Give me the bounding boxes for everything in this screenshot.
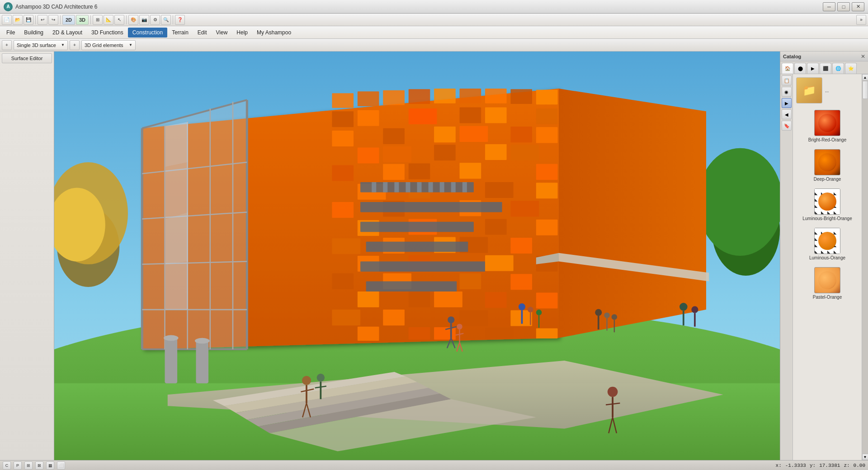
- measure-button[interactable]: 📐: [104, 15, 113, 25]
- menu-help[interactable]: Help: [232, 28, 252, 38]
- catalog-item-4[interactable]: Pastel-Orange: [795, 266, 860, 301]
- menu-edit[interactable]: Edit: [193, 28, 212, 38]
- grid-type-dropdown[interactable]: 3D Grid elements ▼: [81, 40, 136, 50]
- svg-rect-80: [536, 329, 558, 339]
- catalog-side-icon-3[interactable]: ◀: [782, 109, 792, 119]
- statusbar-icon-snap[interactable]: ⊠: [35, 461, 43, 470]
- catalog-label-3: Luminous-Orange: [809, 255, 845, 261]
- svg-rect-88: [440, 182, 444, 193]
- menu-layout[interactable]: 2D & Layout: [48, 28, 87, 38]
- catalog-tab-1[interactable]: ⬤: [794, 63, 806, 74]
- svg-point-119: [195, 338, 210, 344]
- settings-button[interactable]: ⚙: [150, 15, 160, 25]
- statusbar-icon-p[interactable]: P: [14, 461, 22, 470]
- close-button[interactable]: ✕: [852, 2, 864, 11]
- catalog-tab-4[interactable]: 🌐: [832, 63, 844, 74]
- catalog-tab-3[interactable]: ⬛: [820, 63, 831, 74]
- svg-marker-109: [165, 122, 188, 167]
- menu-building[interactable]: Building: [19, 28, 48, 38]
- grid-button[interactable]: ⊞: [93, 15, 103, 25]
- svg-rect-73: [383, 310, 405, 325]
- catalog-item-1[interactable]: Deep-Orange: [795, 148, 860, 183]
- surface-editor-label[interactable]: Surface Editor: [2, 53, 52, 63]
- catalog-thumb-1: [814, 149, 840, 175]
- svg-rect-16: [460, 89, 481, 103]
- svg-rect-74: [460, 310, 488, 326]
- help-icon-button[interactable]: ❓: [175, 15, 185, 25]
- statusbar-icon-grid[interactable]: ⊞: [24, 461, 33, 470]
- add-surface-button[interactable]: +: [2, 40, 12, 50]
- catalog-tab-5[interactable]: ⭐: [845, 63, 857, 74]
- separator4: [126, 15, 127, 24]
- coord-z-label: z:: [844, 463, 849, 468]
- catalog-scrollbar[interactable]: ▲ ▼: [862, 74, 868, 460]
- svg-rect-14: [409, 89, 430, 104]
- scroll-track[interactable]: [862, 80, 868, 454]
- svg-marker-10: [559, 89, 706, 338]
- catalog-label-2: Luminous-Bright-Orange: [802, 216, 852, 221]
- view-2d-button[interactable]: 2D: [62, 15, 75, 25]
- extra-button[interactable]: »: [856, 15, 866, 25]
- separator1: [35, 15, 36, 24]
- catalog-item-3[interactable]: Luminous-Orange: [795, 226, 860, 262]
- catalog-side-icon-1[interactable]: ◉: [782, 87, 792, 97]
- svg-rect-21: [358, 110, 379, 126]
- svg-rect-87: [429, 182, 433, 193]
- svg-rect-58: [510, 238, 532, 254]
- catalog-side-icon-4[interactable]: 🔖: [782, 121, 792, 131]
- title-bar-controls: ─ □ ✕: [823, 2, 864, 11]
- render-button[interactable]: 🎨: [128, 15, 138, 25]
- catalog-side-icon-0[interactable]: 📋: [782, 75, 792, 85]
- scroll-down-button[interactable]: ▼: [862, 454, 868, 460]
- menu-construction[interactable]: Construction: [128, 28, 167, 38]
- svg-point-142: [595, 309, 602, 316]
- svg-rect-92: [360, 222, 474, 232]
- svg-rect-91: [360, 202, 502, 212]
- separator5: [173, 15, 173, 24]
- minimize-button[interactable]: ─: [823, 2, 835, 11]
- menu-file[interactable]: File: [2, 28, 19, 38]
- select-button[interactable]: ↖: [114, 15, 124, 25]
- svg-rect-31: [536, 127, 558, 143]
- menu-myashampoo[interactable]: My Ashampoo: [252, 28, 296, 38]
- statusbar-icon-c[interactable]: C: [3, 461, 11, 470]
- maximize-button[interactable]: □: [837, 2, 850, 11]
- catalog-item-0[interactable]: Bright-Red-Orange: [795, 108, 860, 144]
- undo-button[interactable]: ↩: [38, 15, 47, 25]
- new-button[interactable]: 📄: [2, 15, 12, 25]
- catalog-left-strip: 📋 ◉ ▶ ◀ 🔖: [780, 74, 793, 460]
- scroll-thumb[interactable]: [863, 81, 868, 99]
- catalog-tabs-row: 🏠 ⬤ ▶ ⬛ 🌐 ⭐: [780, 61, 868, 74]
- menu-terrain[interactable]: Terrain: [167, 28, 193, 38]
- catalog-tab-0[interactable]: 🏠: [782, 63, 793, 74]
- menu-3dfunctions[interactable]: 3D Functions: [87, 28, 128, 38]
- catalog-close-button[interactable]: ✕: [861, 53, 865, 60]
- scroll-up-button[interactable]: ▲: [862, 74, 868, 80]
- svg-rect-23: [460, 107, 481, 123]
- svg-marker-113: [165, 262, 188, 310]
- svg-rect-11: [332, 93, 354, 108]
- catalog-item-back[interactable]: 📁 ...: [795, 76, 860, 105]
- redo-button[interactable]: ↪: [48, 15, 58, 25]
- viewport[interactable]: [54, 52, 780, 460]
- statusbar-icon-layer[interactable]: ▦: [46, 461, 54, 470]
- open-button[interactable]: 📂: [13, 15, 23, 25]
- catalog-item-2[interactable]: Luminous-Bright-Orange: [795, 187, 860, 223]
- add-grid-button[interactable]: +: [70, 40, 80, 50]
- menu-view[interactable]: View: [212, 28, 232, 38]
- svg-rect-18: [510, 89, 532, 104]
- svg-point-131: [457, 324, 462, 329]
- catalog-side-icon-2[interactable]: ▶: [782, 98, 792, 108]
- surface-type-dropdown[interactable]: Single 3D surface ▼: [14, 40, 68, 50]
- left-panel: Surface Editor: [0, 52, 54, 460]
- save-button[interactable]: 💾: [24, 15, 33, 25]
- statusbar-icon-view[interactable]: ⬜: [57, 461, 65, 470]
- catalog-thumb-4: [814, 267, 840, 293]
- zoom-button[interactable]: 🔍: [161, 15, 171, 25]
- svg-rect-37: [332, 165, 354, 181]
- catalog-tab-2[interactable]: ▶: [807, 63, 819, 74]
- svg-rect-54: [332, 238, 360, 254]
- view-3d-flat-button[interactable]: 3D: [76, 15, 89, 25]
- svg-rect-72: [332, 310, 360, 325]
- camera-button[interactable]: 📷: [139, 15, 149, 25]
